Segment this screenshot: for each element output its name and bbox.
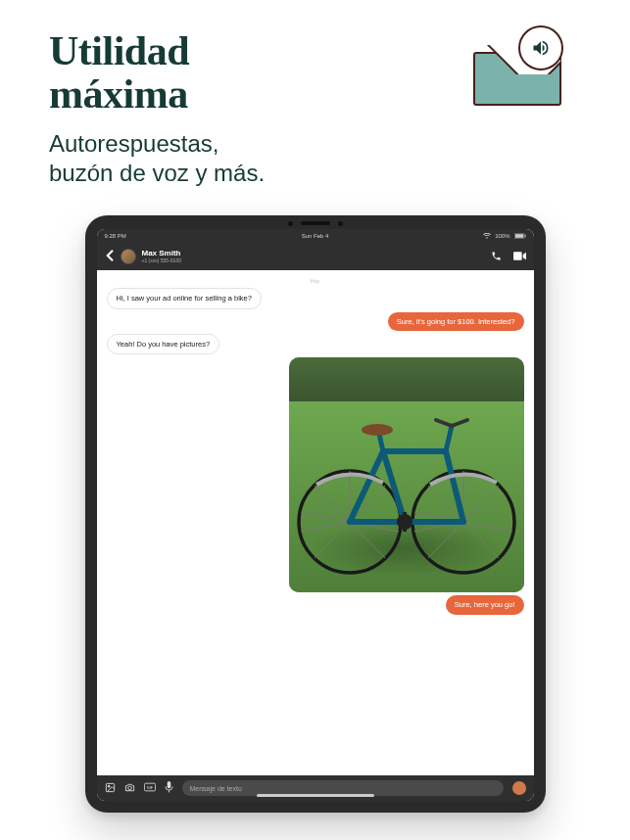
svg-point-26 bbox=[127, 786, 131, 790]
incoming-message[interactable]: Hi, I saw your ad online for selling a b… bbox=[107, 288, 262, 308]
video-call-button[interactable] bbox=[513, 251, 526, 263]
speaker-icon bbox=[518, 25, 563, 70]
call-button[interactable] bbox=[491, 251, 502, 263]
status-bar: 9:28 PM Sun Feb 4 100% bbox=[97, 229, 534, 243]
gif-button[interactable]: GIF bbox=[144, 782, 156, 794]
hero-sub-line2: buzón de voz y más. bbox=[49, 160, 265, 186]
battery-icon bbox=[514, 233, 526, 240]
svg-rect-1 bbox=[514, 234, 522, 238]
tablet-screen: 9:28 PM Sun Feb 4 100% bbox=[97, 229, 534, 801]
outgoing-image-message[interactable] bbox=[289, 357, 524, 592]
svg-point-25 bbox=[108, 785, 110, 787]
chat-body[interactable]: Hoy Hi, I saw your ad online for selling… bbox=[97, 270, 534, 775]
status-battery: 100% bbox=[495, 233, 509, 239]
svg-line-17 bbox=[428, 522, 463, 558]
contact-name: Max Smith bbox=[142, 250, 485, 257]
chat-header: Max Smith +1 (xxx) 555-0100 bbox=[97, 243, 534, 270]
home-indicator bbox=[257, 794, 374, 797]
contact-info[interactable]: Max Smith +1 (xxx) 555-0100 bbox=[142, 250, 485, 263]
incoming-message[interactable]: Yeah! Do you have pictures? bbox=[107, 334, 220, 354]
svg-line-15 bbox=[463, 522, 512, 532]
chat-input-bar: GIF Mensaje de texto bbox=[97, 775, 534, 801]
photo-picker-button[interactable] bbox=[105, 782, 116, 795]
svg-line-12 bbox=[301, 512, 350, 522]
contact-avatar[interactable] bbox=[121, 249, 136, 264]
svg-line-9 bbox=[315, 522, 350, 558]
chat-day-label: Hoy bbox=[107, 278, 524, 284]
hero-subtitle: Autorespuestas, buzón de voz y más. bbox=[49, 129, 581, 188]
status-date: Sun Feb 4 bbox=[302, 233, 329, 239]
svg-text:GIF: GIF bbox=[146, 786, 153, 790]
outgoing-message[interactable]: Sure, it's going for $100. Interested? bbox=[388, 312, 524, 331]
svg-line-10 bbox=[301, 522, 350, 532]
back-button[interactable] bbox=[105, 250, 115, 264]
svg-line-14 bbox=[463, 486, 499, 522]
hero-section: Utilidad máxima Autorespuestas, buzón de… bbox=[0, 0, 630, 198]
svg-point-21 bbox=[362, 424, 393, 436]
hero-title-line1: Utilidad bbox=[49, 28, 189, 73]
envelope-speaker-illustration bbox=[463, 27, 571, 106]
outgoing-message[interactable]: Sure, here you go! bbox=[446, 595, 524, 614]
svg-rect-29 bbox=[167, 781, 170, 788]
contact-phone: +1 (xxx) 555-0100 bbox=[142, 258, 485, 263]
camera-button[interactable] bbox=[124, 782, 135, 795]
svg-rect-2 bbox=[524, 234, 525, 237]
svg-line-16 bbox=[463, 522, 499, 558]
send-button[interactable] bbox=[512, 781, 526, 795]
hero-sub-line1: Autorespuestas, bbox=[49, 130, 218, 157]
wifi-icon bbox=[483, 233, 491, 240]
tablet-device-frame: 9:28 PM Sun Feb 4 100% bbox=[85, 215, 546, 813]
microphone-button[interactable] bbox=[165, 781, 173, 795]
status-time: 9:28 PM bbox=[105, 233, 126, 239]
svg-line-11 bbox=[315, 486, 350, 522]
message-placeholder: Mensaje de texto bbox=[190, 785, 242, 792]
hero-title-line2: máxima bbox=[49, 71, 188, 117]
bicycle-image bbox=[289, 357, 524, 592]
svg-line-8 bbox=[350, 522, 385, 558]
